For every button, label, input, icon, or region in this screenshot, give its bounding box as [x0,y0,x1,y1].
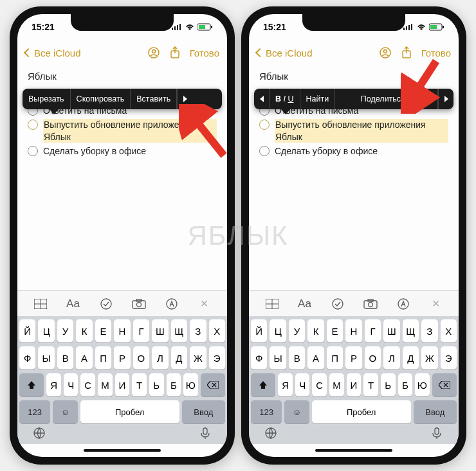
key-М[interactable]: М [98,373,113,396]
space-key[interactable]: Пробел [312,400,411,423]
key-Р[interactable]: Р [114,346,130,369]
markup-icon[interactable] [394,296,413,312]
markup-icon[interactable] [162,296,181,312]
menu-back[interactable] [254,89,270,109]
close-toolbar-icon[interactable]: × [426,296,446,312]
key-Щ[interactable]: Щ [171,319,187,342]
key-Н[interactable]: Н [114,319,130,342]
key-А[interactable]: А [307,346,324,369]
checklist-item[interactable]: Выпустить обновление приложения Яблык [259,119,448,142]
key-П[interactable]: П [95,346,111,369]
return-key[interactable]: Ввод [182,400,225,423]
mic-icon[interactable] [430,426,444,440]
camera-icon[interactable] [129,296,149,312]
note-content[interactable]: Яблык Написать обзор Ответить на письма … [249,66,459,290]
key-Л[interactable]: Л [383,346,399,369]
globe-icon[interactable] [264,426,278,440]
key-Ц[interactable]: Ц [270,319,286,342]
checklist-icon[interactable] [96,296,116,312]
close-toolbar-icon[interactable]: × [195,296,214,312]
numbers-key[interactable]: 123 [251,400,282,423]
menu-find[interactable]: Найти [300,89,336,109]
key-Ы[interactable]: Ы [38,346,54,369]
numbers-key[interactable]: 123 [19,400,50,423]
key-Ж[interactable]: Ж [421,346,437,369]
key-К[interactable]: К [307,319,324,342]
text-style-button[interactable]: Aa [64,296,83,312]
bullet-icon[interactable] [28,120,38,130]
checklist-icon[interactable] [328,296,347,312]
key-У[interactable]: У [57,319,73,342]
emoji-key[interactable]: ☺ [53,400,78,423]
key-Ф[interactable]: Ф [19,346,35,369]
key-Р[interactable]: Р [345,346,362,369]
key-Ю[interactable]: Ю [415,373,430,396]
return-key[interactable]: Ввод [414,400,457,423]
key-Х[interactable]: Х [209,319,225,342]
home-indicator[interactable] [249,444,459,457]
key-Л[interactable]: Л [152,346,168,369]
back-button[interactable]: Все iCloud [257,48,313,58]
key-М[interactable]: М [329,373,344,396]
globe-icon[interactable] [32,426,46,440]
key-Е[interactable]: Е [327,319,343,342]
key-Т[interactable]: Т [132,373,147,396]
key-Д[interactable]: Д [171,346,187,369]
emoji-key[interactable]: ☺ [284,400,309,423]
key-Ю[interactable]: Ю [183,373,198,396]
backspace-key[interactable] [201,373,225,396]
key-Щ[interactable]: Щ [403,319,419,342]
bullet-icon[interactable] [259,146,270,156]
key-В[interactable]: В [289,346,305,369]
key-Я[interactable]: Я [278,373,293,396]
mic-icon[interactable] [198,426,212,440]
key-Е[interactable]: Е [95,319,111,342]
menu-cut[interactable]: Вырезать [23,89,71,109]
text-style-button[interactable]: Aa [295,296,315,312]
key-С[interactable]: С [80,373,95,396]
menu-biu[interactable]: B I U [270,89,300,109]
key-К[interactable]: К [76,319,92,342]
key-Т[interactable]: Т [363,373,378,396]
key-Г[interactable]: Г [133,319,149,342]
note-content[interactable]: Яблык Написать обзор Ответить на письма … [17,66,227,290]
bullet-icon[interactable] [28,146,38,156]
key-Й[interactable]: Й [19,319,35,342]
key-Ш[interactable]: Ш [152,319,168,342]
key-О[interactable]: О [365,346,381,369]
key-П[interactable]: П [327,346,343,369]
key-З[interactable]: З [190,319,206,342]
people-icon[interactable] [379,46,392,59]
menu-paste[interactable]: Вставить [131,89,177,109]
key-Э[interactable]: Э [441,346,457,369]
key-Д[interactable]: Д [403,346,419,369]
bullet-icon[interactable] [259,120,270,130]
shift-key[interactable] [251,373,275,396]
people-icon[interactable] [147,46,160,59]
key-Ч[interactable]: Ч [64,373,78,396]
key-Я[interactable]: Я [46,373,61,396]
key-Ы[interactable]: Ы [270,346,286,369]
key-Г[interactable]: Г [365,319,381,342]
key-З[interactable]: З [421,319,437,342]
space-key[interactable]: Пробел [80,400,179,423]
share-icon[interactable] [169,46,181,59]
key-Ь[interactable]: Ь [381,373,396,396]
key-Э[interactable]: Э [209,346,225,369]
key-Ф[interactable]: Ф [251,346,267,369]
key-А[interactable]: А [76,346,92,369]
key-С[interactable]: С [312,373,327,396]
table-icon[interactable] [31,296,50,312]
key-У[interactable]: У [289,319,305,342]
shift-key[interactable] [19,373,44,396]
key-О[interactable]: О [133,346,149,369]
key-Ш[interactable]: Ш [383,319,399,342]
key-Б[interactable]: Б [167,373,181,396]
done-button[interactable]: Готово [190,48,219,58]
key-Б[interactable]: Б [398,373,413,396]
key-Н[interactable]: Н [345,319,362,342]
backspace-key[interactable] [432,373,457,396]
key-Х[interactable]: Х [441,319,457,342]
key-И[interactable]: И [347,373,362,396]
key-Ц[interactable]: Ц [38,319,54,342]
